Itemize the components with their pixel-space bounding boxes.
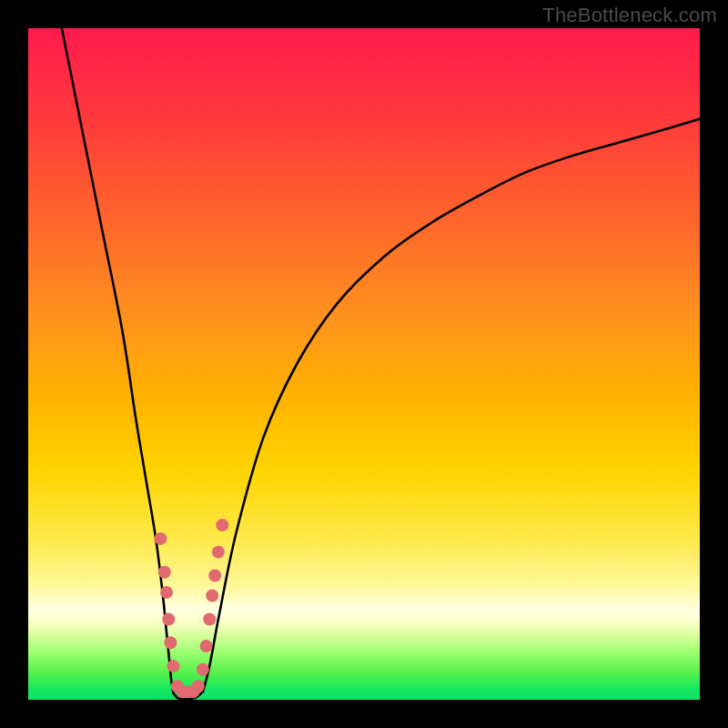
- curve-layer: [62, 28, 700, 699]
- curve-right: [203, 119, 700, 693]
- marker-dot: [158, 566, 171, 579]
- marker-dot: [212, 546, 225, 559]
- curve-left: [62, 28, 174, 693]
- marker-dot: [200, 640, 213, 652]
- watermark-text: TheBottleneck.com: [542, 4, 717, 27]
- marker-dot: [164, 636, 177, 649]
- marker-dot: [192, 680, 205, 693]
- marker-dot: [203, 612, 216, 625]
- marker-dot: [154, 532, 167, 545]
- marker-dot: [216, 519, 228, 531]
- chart-plot-area: [28, 28, 700, 700]
- marker-dot: [208, 569, 221, 581]
- marker-dot: [167, 660, 179, 672]
- marker-dot: [162, 612, 175, 625]
- app-frame: TheBottleneck.com: [0, 0, 728, 728]
- marker-dot: [197, 663, 209, 676]
- marker-dot: [206, 590, 218, 602]
- marker-dot: [160, 586, 173, 599]
- chart-svg: [28, 28, 700, 700]
